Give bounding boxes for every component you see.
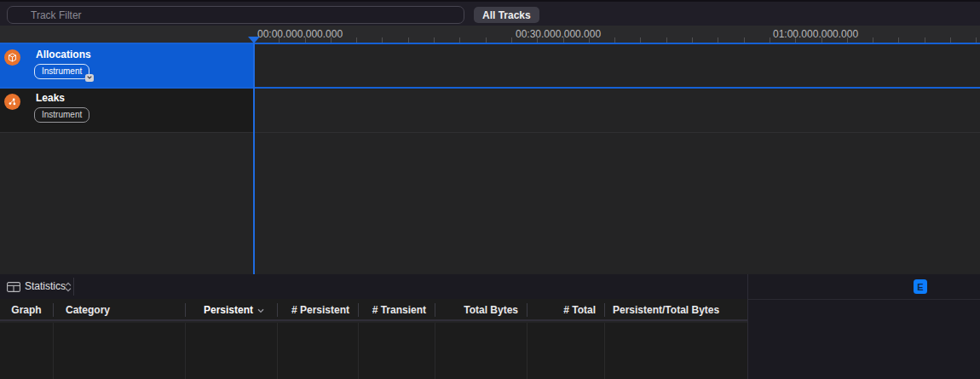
badge-label: Instrument [42,66,82,76]
selected-track-top-border [0,43,980,44]
column-header-num-total[interactable]: # Total [527,299,596,321]
view-selector-chevrons-icon[interactable] [65,282,72,292]
detail-panel-divider [747,274,748,379]
ruler-label-1: 00:30.000.000.000 [516,28,601,40]
column-header-num-transient[interactable]: # Transient [358,299,426,321]
playhead-line[interactable] [253,37,255,274]
track-name-allocations: Allocations [36,49,91,60]
column-header-num-persistent[interactable]: # Persistent [277,299,349,321]
toolbar: All Tracks [0,0,980,26]
column-divider [53,323,54,379]
detail-view-selector[interactable]: Statistics [25,280,66,292]
column-divider [604,323,605,379]
column-header-persistent-total-bytes[interactable]: Persistent/Total Bytes [613,299,747,321]
column-divider [435,323,435,379]
inspector-e-badge[interactable]: E [914,279,927,294]
badge-dropdown-button[interactable] [85,74,94,82]
selected-track-bottom-border [0,87,980,89]
leaks-instrument-badge[interactable]: Instrument [34,107,89,123]
badge-label: Instrument [42,110,82,119]
detail-toolbar-divider [73,278,74,296]
column-divider [358,323,359,379]
header-divider [53,303,54,317]
leaks-instrument-icon [4,94,20,110]
track-name-leaks: Leaks [36,92,65,104]
ruler-label-2: 01:00.000.000.000 [773,28,858,40]
header-divider [527,303,527,317]
statistics-table-header: Graph Category Persistent # Persistent #… [0,299,747,321]
statistics-table-body[interactable] [0,323,747,379]
inspector-panel-divider [748,299,980,300]
track-filter-input[interactable] [7,6,464,24]
instruments-window: All Tracks 00:00.000.000.000 00:30.000.0… [0,0,980,379]
column-divider [185,323,186,379]
header-divider [604,303,605,317]
column-header-total-bytes[interactable]: Total Bytes [435,299,518,321]
column-header-persistent[interactable]: Persistent [185,299,264,321]
header-divider [435,303,435,317]
inspector-panel [748,274,980,379]
playhead-marker[interactable] [248,37,260,43]
column-header-label: Persistent [204,304,253,316]
table-view-icon [7,282,20,292]
header-divider [277,303,278,317]
column-divider [277,323,278,379]
header-divider [358,303,359,317]
allocations-instrument-badge[interactable]: Instrument [34,64,89,79]
ruler-label-0: 00:00.000.000.000 [257,28,343,40]
column-header-category[interactable]: Category [66,299,185,321]
header-divider [185,303,186,317]
all-tracks-button[interactable]: All Tracks [474,7,539,23]
sort-chevron-down-icon [257,299,264,321]
leaks-row-divider [0,132,980,133]
chevron-down-icon [87,76,92,79]
column-header-graph[interactable]: Graph [0,299,53,321]
allocations-instrument-icon [4,49,20,66]
timeline-ruler[interactable]: 00:00.000.000.000 00:30.000.000.000 01:0… [0,26,980,43]
column-divider [527,323,527,379]
